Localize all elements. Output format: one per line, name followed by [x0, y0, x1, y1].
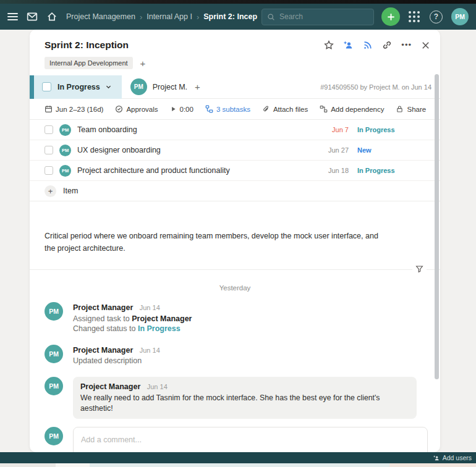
paperclip-icon: [262, 105, 270, 113]
share-button[interactable]: Share: [396, 105, 426, 113]
activity-line: Updated description: [73, 356, 160, 366]
subtask-checkbox[interactable]: [45, 166, 53, 175]
attach-files-label: Attach files: [273, 106, 308, 113]
avatar: PM: [45, 377, 63, 395]
subtask-title[interactable]: UX designer onboarding: [77, 146, 161, 154]
create-new-button[interactable]: [381, 7, 400, 26]
subtask-checkbox[interactable]: [45, 125, 53, 134]
help-icon[interactable]: ?: [430, 11, 443, 23]
feed-rss-icon[interactable]: [363, 40, 373, 50]
comment-message: We really need to add Tasnim for the moc…: [80, 393, 409, 413]
task-toolbar: Jun 2–23 (16d) Approvals 0:00 3 subtasks…: [30, 99, 440, 120]
task-created-meta: #914509550 by Project M. on Jun 14: [320, 83, 440, 91]
subtask-assignee-avatar: PM: [59, 165, 71, 177]
avatar: PM: [45, 345, 63, 363]
timer-label: 0:00: [180, 106, 193, 113]
more-options-icon[interactable]: •••: [401, 42, 412, 48]
task-header-row: In Progress PM Project M. + #914509550 b…: [30, 75, 440, 99]
subtask-title[interactable]: Project architecture and product functio…: [77, 166, 230, 175]
comment-author[interactable]: Project Manager: [80, 382, 140, 391]
comment-input-box[interactable]: Aa Send: [73, 427, 428, 452]
approvals-button[interactable]: Approvals: [115, 105, 158, 113]
mail-icon[interactable]: [27, 11, 38, 22]
subtask-status[interactable]: In Progress: [357, 167, 406, 174]
chevron-right-icon: ›: [140, 12, 142, 22]
attach-files-button[interactable]: Attach files: [262, 105, 308, 113]
apps-grid-icon[interactable]: [409, 11, 420, 22]
subtask-status[interactable]: New: [357, 146, 406, 154]
breadcrumb-project[interactable]: Project Managemen: [66, 12, 135, 21]
subtasks-label: 3 subtasks: [216, 106, 250, 113]
table-row[interactable]: PM UX designer onboarding Jun 27 New: [30, 140, 440, 161]
activity-comment: PM Project Manager Jun 14 We really need…: [30, 377, 440, 419]
status-label: In Progress: [57, 83, 100, 91]
subtask-assignee-avatar: PM: [59, 124, 71, 136]
comment-date: Jun 14: [147, 383, 168, 390]
subtasks-button[interactable]: 3 subtasks: [205, 105, 250, 113]
dates-button[interactable]: Jun 2–23 (16d): [45, 105, 103, 113]
add-users-label: Add users: [443, 454, 472, 461]
breadcrumb: Project Managemen › Internal App I › Spr…: [66, 12, 257, 22]
activity-entry: PM Project Manager Jun 14 Assigned task …: [30, 302, 440, 334]
subtask-due-date[interactable]: Jun 7: [320, 126, 349, 133]
bottom-status-bar: Add users: [0, 452, 476, 463]
add-item-button[interactable]: + Item: [30, 181, 440, 201]
subtask-status[interactable]: In Progress: [357, 126, 406, 133]
menu-icon[interactable]: [7, 11, 18, 22]
search-input[interactable]: Search: [261, 9, 374, 25]
breadcrumb-task[interactable]: Sprint 2: Incep: [203, 12, 257, 21]
user-avatar[interactable]: PM: [451, 8, 469, 25]
task-checkbox[interactable]: [42, 82, 51, 91]
close-icon[interactable]: [421, 41, 430, 50]
search-placeholder: Search: [279, 12, 303, 21]
subtask-assignee-avatar: PM: [59, 145, 71, 156]
home-icon[interactable]: [46, 11, 57, 22]
table-row[interactable]: PM Team onboarding Jun 7 In Progress: [30, 120, 440, 140]
window-top-strip: [0, 0, 476, 4]
add-item-label: Item: [63, 187, 78, 195]
subtask-checkbox[interactable]: [45, 146, 53, 154]
subtask-due-date[interactable]: Jun 18: [320, 167, 349, 174]
copy-link-icon[interactable]: [382, 40, 392, 50]
add-assignee-icon[interactable]: +: [195, 82, 200, 92]
add-dependency-button[interactable]: Add dependency: [320, 105, 384, 113]
comment-bubble[interactable]: Project Manager Jun 14 We really need to…: [73, 377, 417, 419]
breadcrumb-list[interactable]: Internal App I: [147, 12, 192, 21]
subtask-title[interactable]: Team onboarding: [77, 125, 137, 134]
add-user-icon: [433, 455, 440, 461]
add-users-button[interactable]: Add users: [433, 454, 472, 461]
add-tag-icon[interactable]: +: [140, 58, 146, 69]
comment-input[interactable]: [81, 435, 420, 444]
calendar-icon: [45, 105, 53, 113]
dependency-icon: [320, 105, 328, 113]
share-label: Share: [407, 106, 426, 113]
assignee-chip[interactable]: PM Project M.: [130, 78, 187, 95]
activity-line: Assigned task to Project Manager: [73, 314, 192, 324]
subtasks-icon: [205, 105, 213, 113]
task-description[interactable]: Critical period where we onboard remaini…: [30, 201, 418, 255]
avatar: PM: [45, 427, 63, 445]
subtask-due-date[interactable]: Jun 27: [320, 146, 349, 154]
assignee-name: Project M.: [153, 83, 187, 91]
assignee-avatar: PM: [130, 78, 147, 95]
approvals-label: Approvals: [126, 106, 158, 113]
activity-divider: [30, 269, 440, 270]
scrollbar[interactable]: [435, 74, 439, 379]
timer-button[interactable]: 0:00: [170, 106, 193, 113]
plus-icon: +: [45, 185, 56, 197]
status-dropdown[interactable]: In Progress: [30, 75, 122, 99]
status-link[interactable]: In Progress: [138, 324, 181, 333]
activity-line: Changed status to In Progress: [73, 324, 192, 334]
filter-funnel-icon[interactable]: [412, 265, 427, 273]
check-circle-icon: [115, 105, 123, 113]
chevron-right-icon: ›: [197, 12, 199, 22]
project-tag[interactable]: Internal App Development: [45, 57, 133, 69]
activity-author[interactable]: Project Manager: [73, 346, 133, 355]
favorite-star-icon[interactable]: [324, 40, 334, 50]
subscribers-icon[interactable]: [343, 40, 354, 50]
table-row[interactable]: PM Project architecture and product func…: [30, 161, 440, 181]
activity-author[interactable]: Project Manager: [73, 303, 133, 312]
top-navigation-bar: Project Managemen › Internal App I › Spr…: [0, 0, 476, 30]
play-icon: [170, 106, 177, 112]
activity-date: Jun 14: [140, 304, 160, 311]
